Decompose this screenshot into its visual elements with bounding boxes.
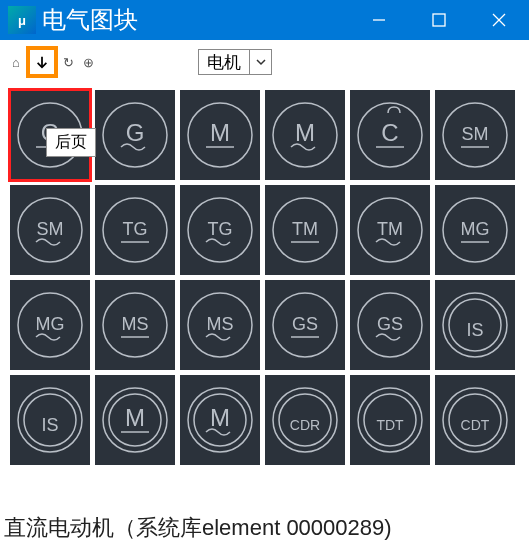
category-dropdown[interactable]: 电机 — [198, 49, 272, 75]
svg-text:GS: GS — [377, 314, 403, 334]
symbol-tile[interactable]: MS — [95, 280, 175, 370]
svg-text:MG: MG — [36, 314, 65, 334]
svg-text:TDT: TDT — [376, 417, 404, 433]
app-icon: μ — [8, 6, 36, 34]
svg-text:TM: TM — [292, 219, 318, 239]
symbol-tile[interactable]: M — [180, 90, 260, 180]
toolbar: ⌂ ↻ ⊕ 电机 — [0, 40, 529, 84]
svg-text:IS: IS — [466, 320, 483, 340]
svg-text:G: G — [126, 119, 145, 146]
symbol-tile[interactable]: M — [95, 375, 175, 465]
status-text: 直流电动机（系统库element 00000289) — [4, 513, 392, 543]
svg-text:CDT: CDT — [461, 417, 490, 433]
symbol-tile[interactable]: G — [95, 90, 175, 180]
symbol-tile[interactable]: MS — [180, 280, 260, 370]
minimize-button[interactable] — [349, 0, 409, 40]
home-icon[interactable]: ⌂ — [7, 53, 25, 71]
highlight-box — [26, 46, 58, 78]
symbol-tile[interactable]: TM — [265, 185, 345, 275]
zoom-icon[interactable]: ⊕ — [79, 53, 97, 71]
svg-text:M: M — [125, 404, 145, 431]
svg-text:MS: MS — [122, 314, 149, 334]
symbol-tile[interactable]: TG — [95, 185, 175, 275]
window-title: 电气图块 — [42, 4, 138, 36]
svg-text:SM: SM — [462, 124, 489, 144]
svg-rect-1 — [433, 14, 445, 26]
svg-text:CDR: CDR — [290, 417, 320, 433]
svg-text:MG: MG — [461, 219, 490, 239]
symbol-tile[interactable]: TDT — [350, 375, 430, 465]
symbol-tile[interactable]: CDR — [265, 375, 345, 465]
svg-text:C: C — [381, 119, 398, 146]
svg-text:TM: TM — [377, 219, 403, 239]
svg-text:GS: GS — [292, 314, 318, 334]
titlebar: μ 电气图块 — [0, 0, 529, 40]
symbol-tile[interactable]: MG — [435, 185, 515, 275]
symbol-tile[interactable]: IS — [435, 280, 515, 370]
symbol-tile[interactable]: IS — [10, 375, 90, 465]
svg-text:TG: TG — [208, 219, 233, 239]
tooltip: 后页 — [46, 128, 96, 157]
symbol-tile[interactable]: SM — [435, 90, 515, 180]
svg-text:TG: TG — [123, 219, 148, 239]
svg-text:M: M — [295, 119, 315, 146]
symbol-tile[interactable]: M — [265, 90, 345, 180]
chevron-down-icon — [249, 50, 271, 74]
svg-text:IS: IS — [41, 415, 58, 435]
svg-text:M: M — [210, 404, 230, 431]
symbol-tile[interactable]: TM — [350, 185, 430, 275]
symbol-tile[interactable]: GS — [265, 280, 345, 370]
dropdown-value: 电机 — [199, 49, 249, 76]
maximize-button[interactable] — [409, 0, 469, 40]
refresh-icon[interactable]: ↻ — [59, 53, 77, 71]
symbol-tile[interactable]: GS — [350, 280, 430, 370]
svg-text:SM: SM — [37, 219, 64, 239]
symbol-tile[interactable]: TG — [180, 185, 260, 275]
svg-text:M: M — [210, 119, 230, 146]
symbol-tile[interactable]: MG — [10, 280, 90, 370]
close-button[interactable] — [469, 0, 529, 40]
symbol-tile[interactable]: SM — [10, 185, 90, 275]
status-bar: 直流电动机（系统库element 00000289) — [0, 511, 529, 545]
symbol-tile[interactable]: M — [180, 375, 260, 465]
svg-text:MS: MS — [207, 314, 234, 334]
symbol-tile[interactable]: C — [350, 90, 430, 180]
next-page-button[interactable] — [33, 53, 51, 71]
symbol-tile[interactable]: CDT — [435, 375, 515, 465]
